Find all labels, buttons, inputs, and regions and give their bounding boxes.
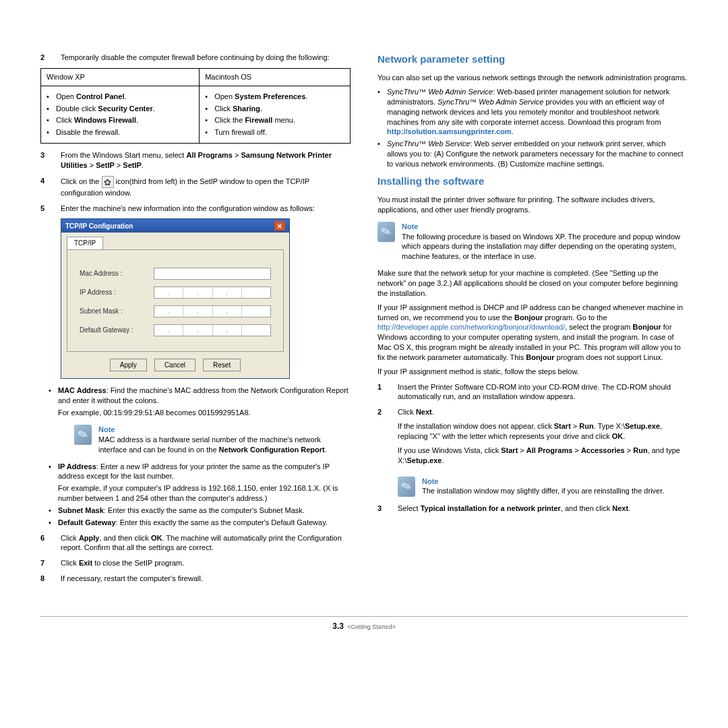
close-icon[interactable]: ✕ — [274, 221, 285, 231]
label-ip: IP Address : — [80, 288, 154, 297]
step-5: 5 Enter the machine's new information in… — [40, 204, 351, 214]
input-gateway[interactable]: ... — [154, 324, 271, 336]
dialog-titlebar: TCP/IP Configuration ✕ — [61, 219, 289, 233]
input-mac[interactable] — [154, 268, 271, 280]
step-2: 2 Temporarily disable the computer firew… — [40, 53, 351, 63]
mac-address-note: •MAC Address: Find the machine's MAC add… — [40, 386, 351, 418]
label-mac: Mac Address : — [80, 269, 154, 278]
mac-cell: •Open System Preferences. •Click Sharing… — [200, 86, 351, 143]
service-admin: • SyncThru™ Web Admin Service: Web-based… — [377, 87, 688, 137]
apply-button[interactable]: Apply — [110, 359, 147, 372]
label-gateway: Default Gateway : — [80, 326, 154, 335]
network-param-intro: You can also set up the various network … — [377, 73, 688, 83]
tcpip-dialog: TCP/IP Configuration ✕ TCP/IP Mac Addres… — [61, 218, 290, 379]
right-column: Network parameter setting You can also s… — [377, 47, 688, 589]
tab-tcpip[interactable]: TCP/IP — [67, 237, 103, 249]
heading-installing: Installing the software — [377, 175, 688, 188]
reset-button[interactable]: Reset — [203, 359, 241, 372]
step-7: 7 Click Exit to close the SetIP program. — [40, 558, 351, 568]
installing-intro: You must install the printer driver soft… — [377, 195, 688, 215]
table-header-xp: Window XP — [41, 68, 200, 86]
page-columns: 2 Temporarily disable the computer firew… — [40, 47, 688, 589]
note-icon — [398, 477, 415, 497]
left-column: 2 Temporarily disable the computer firew… — [40, 47, 351, 589]
note-mac: Note MAC address is a hardware serial nu… — [74, 425, 351, 455]
ip-address-note: •IP Address: Enter a new IP address for … — [40, 462, 351, 504]
rstep-2: 2 Click Next. If the installation window… — [377, 407, 688, 469]
gear-icon: ✿ — [102, 176, 114, 188]
service-web: • SyncThru™ Web Service: Web server embe… — [377, 139, 688, 169]
step-6: 6 Click Apply, and then click OK. The ma… — [40, 533, 351, 553]
firewall-os-table: Window XP Macintosh OS •Open Control Pan… — [40, 68, 351, 144]
step-8: 8 If necessary, restart the computer's f… — [40, 574, 351, 584]
table-header-mac: Macintosh OS — [200, 68, 351, 86]
para-setup: Make sure that the network setup for you… — [377, 268, 688, 299]
cancel-button[interactable]: Cancel — [154, 359, 195, 372]
note-install-1: Note The following procedure is based on… — [377, 222, 688, 262]
input-ip[interactable]: ... — [154, 286, 271, 299]
step-3: 3 From the Windows Start menu, select Al… — [40, 150, 351, 171]
rstep-1: 1 Insert the Printer Software CD-ROM int… — [377, 382, 688, 402]
rstep-3: 3 Select Typical installation for a netw… — [377, 504, 688, 514]
subnet-note: •Subnet Mask: Enter this exactly the sam… — [40, 506, 351, 516]
note-icon — [377, 222, 395, 242]
bonjour-link[interactable]: http://developer.apple.com/networking/bo… — [377, 323, 565, 331]
para-static: If your IP assignment method is static, … — [377, 367, 688, 377]
note-icon — [74, 425, 92, 445]
label-subnet: Subnet Mask : — [80, 307, 154, 316]
xp-cell: •Open Control Panel. •Double click Secur… — [41, 86, 200, 143]
gateway-note: •Default Gateway: Enter this exactly the… — [40, 518, 351, 528]
input-subnet[interactable]: ... — [154, 305, 271, 317]
samsung-link[interactable]: http://solution.samsungprinter.com — [387, 127, 512, 135]
step-4: 4 Click on the ✿ icon(third from left) i… — [40, 176, 351, 198]
para-bonjour: If your IP assignment method is DHCP and… — [377, 303, 688, 363]
note-install-2: Note The installation window may slightl… — [398, 477, 688, 497]
page-footer: 3.3 <Getting Started> — [40, 616, 688, 632]
heading-network-param: Network parameter setting — [377, 53, 688, 66]
